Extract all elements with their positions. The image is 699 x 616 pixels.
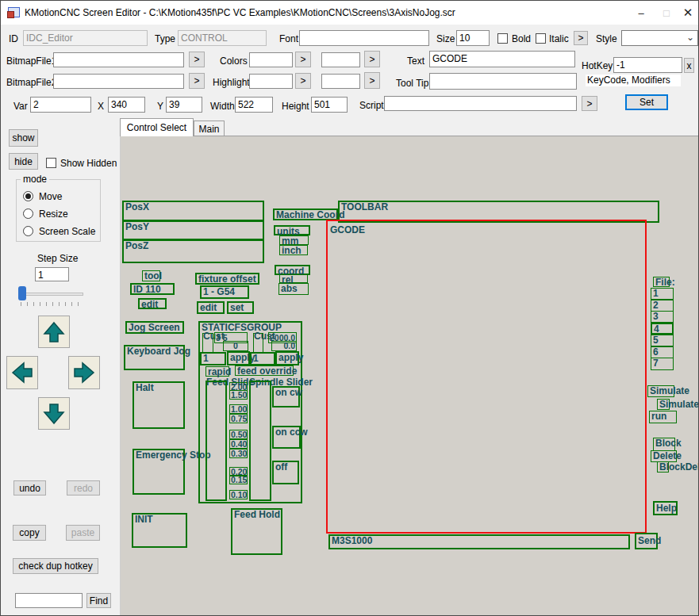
feed-apply-control[interactable]: apply — [227, 351, 250, 365]
rel-control[interactable]: rel — [279, 274, 308, 283]
feed-value-control[interactable]: 0.40 — [229, 439, 248, 449]
rapid-control[interactable]: rapid — [205, 366, 229, 377]
posx-control[interactable]: PosX — [122, 201, 264, 221]
hotkey-clear-button[interactable]: x — [684, 58, 694, 73]
tool-edit-control[interactable]: edit — [138, 298, 167, 309]
emergency-stop-control[interactable]: Emergency Stop — [133, 449, 185, 495]
jog-down-button[interactable] — [38, 397, 70, 430]
feed-hold-control[interactable]: Feed Hold — [231, 508, 282, 555]
block-delete-control[interactable]: BlockDel — [657, 461, 669, 473]
fixture-value-control[interactable]: 1 - G54 — [200, 285, 249, 299]
file-label-control[interactable]: File: — [653, 277, 670, 287]
maximize-button[interactable]: □ — [655, 1, 678, 25]
spindle-zero-control[interactable]: 0.0 — [271, 341, 297, 351]
posz-control[interactable]: PosZ — [122, 239, 264, 263]
var-field[interactable]: 2 — [30, 97, 91, 113]
script-field[interactable] — [384, 96, 577, 111]
feed-value-control[interactable]: 0.10 — [229, 490, 248, 499]
run-control[interactable]: run — [649, 411, 677, 423]
fixture-edit-control[interactable]: edit — [197, 301, 225, 314]
colors-pick-button-1[interactable]: > — [295, 52, 311, 67]
tab-control-select[interactable]: Control Select — [120, 118, 194, 136]
bold-checkbox[interactable] — [497, 33, 508, 44]
simulate-control[interactable]: Simulate — [647, 385, 674, 397]
bitmapfile1-browse-button[interactable]: > — [189, 52, 205, 67]
script-browse-button[interactable]: > — [582, 96, 597, 111]
bitmapfile2-field[interactable] — [53, 74, 184, 89]
step-size-slider-thumb[interactable] — [18, 286, 26, 300]
radio-resize[interactable] — [23, 209, 33, 219]
keyboard-jog-control[interactable]: Keyboard Jog — [124, 345, 185, 370]
units-control[interactable]: units — [274, 225, 310, 235]
feed-one-control[interactable]: 1 — [200, 352, 226, 365]
minimize-button[interactable]: – — [629, 1, 653, 25]
set-button[interactable]: Set — [625, 94, 668, 110]
check-dup-hotkey-button[interactable]: check dup hotkey — [13, 558, 98, 574]
text-field[interactable]: GCODE — [429, 51, 575, 67]
file-item-control[interactable]: 4 — [651, 323, 674, 335]
height-field[interactable]: 501 — [311, 97, 348, 113]
id-field[interactable]: IDC_Editor — [23, 30, 148, 46]
step-size-field[interactable]: 1 — [35, 267, 69, 281]
width-field[interactable]: 522 — [235, 97, 273, 113]
spindle-on-ccw-control[interactable]: on ccw — [272, 426, 301, 449]
fixture-offset-control[interactable]: fixture offset — [195, 273, 259, 285]
colors-pick-button-2[interactable]: > — [364, 51, 380, 67]
radio-move[interactable] — [23, 191, 33, 201]
file-item-control[interactable]: 7 — [651, 358, 674, 370]
close-button[interactable]: ✕ — [676, 1, 699, 25]
y-field[interactable]: 39 — [166, 97, 202, 113]
highlight-pick-button-2[interactable]: > — [364, 72, 380, 89]
delete-control[interactable]: Delete — [651, 450, 677, 462]
jog-up-button[interactable] — [38, 316, 70, 348]
jog-left-button[interactable] — [6, 356, 38, 389]
highlight-pick-button-1[interactable]: > — [295, 73, 311, 89]
file-item-control[interactable]: 5 — [651, 335, 674, 346]
help-control[interactable]: Help — [653, 501, 678, 515]
fixture-set-control[interactable]: set — [227, 301, 254, 314]
copy-button[interactable]: copy — [13, 525, 46, 541]
tooltip-field[interactable] — [429, 73, 577, 90]
file-item-control[interactable]: 3 — [651, 311, 674, 323]
hide-button[interactable]: hide — [9, 153, 38, 170]
font-field[interactable] — [299, 30, 429, 46]
show-button[interactable]: show — [9, 129, 38, 147]
feed-value-control[interactable]: 1.50 — [229, 390, 248, 400]
find-button[interactable]: Find — [86, 593, 111, 608]
feed-value-control[interactable]: 1.00 — [229, 404, 248, 414]
style-dropdown[interactable]: ⌄ — [621, 30, 698, 46]
spindle-off-control[interactable]: off — [272, 461, 299, 484]
posy-control[interactable]: PosY — [122, 220, 264, 240]
hotkey-field[interactable]: -1 — [613, 57, 682, 73]
file-item-control[interactable]: 2 — [651, 300, 674, 312]
x-field[interactable]: 340 — [108, 97, 145, 113]
colors-field-2[interactable] — [321, 52, 360, 67]
feed-slide-control[interactable] — [205, 381, 227, 501]
abs-control[interactable]: abs — [278, 283, 309, 295]
bitmapfile2-browse-button[interactable]: > — [189, 73, 205, 89]
spindle-on-cw-control[interactable]: on cw — [272, 386, 300, 407]
simulate-control-2[interactable]: Simulate — [657, 399, 670, 410]
spindle-one-control[interactable]: 1 — [250, 352, 275, 365]
radio-screen-scale[interactable] — [23, 226, 33, 236]
file-item-control[interactable]: 1 — [651, 288, 674, 300]
init-control[interactable]: INIT — [132, 513, 187, 548]
spindle-apply-control[interactable]: apply — [275, 351, 299, 365]
feed-zero-control[interactable]: 0 — [223, 341, 248, 351]
spindle-slider-control[interactable] — [249, 381, 271, 501]
undo-button[interactable]: undo — [13, 480, 46, 495]
redo-button[interactable]: redo — [67, 480, 100, 495]
feed-value-control[interactable]: 0.50 — [229, 430, 248, 439]
jog-screen-control[interactable]: Jog Screen — [125, 321, 184, 334]
block-control[interactable]: Block — [653, 438, 675, 451]
gcode-control-selected[interactable]: GCODE — [326, 220, 647, 534]
bitmapfile1-field[interactable] — [53, 52, 184, 67]
paste-button[interactable]: paste — [66, 525, 100, 541]
machine-coord-control[interactable]: Machine Coord — [273, 209, 338, 220]
type-field[interactable]: CONTROL — [178, 30, 267, 46]
feed-value-control[interactable]: 0.15 — [229, 475, 248, 484]
show-hidden-checkbox[interactable] — [46, 158, 56, 168]
tab-main[interactable]: Main — [194, 121, 225, 136]
jog-right-button[interactable] — [68, 356, 100, 389]
tool-id-control[interactable]: ID 110 — [130, 283, 175, 295]
